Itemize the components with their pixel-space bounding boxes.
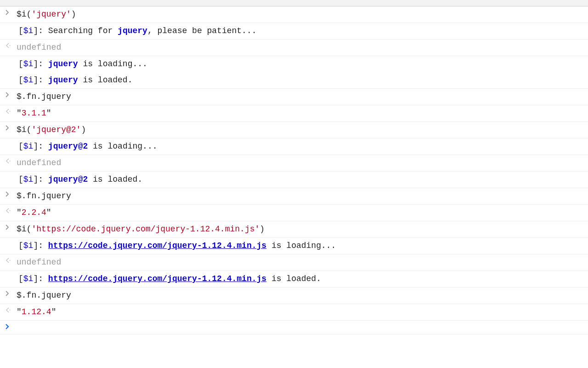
console-row-info: [$i]: jquery is loaded. xyxy=(0,72,588,89)
console-text: [$i]: jquery@2 is loaded. xyxy=(17,173,588,186)
console-row-output: "3.1.1" xyxy=(0,105,588,122)
output-arrow-icon xyxy=(3,306,17,313)
console-row-input: $.fn.jquery xyxy=(0,188,588,205)
devtools-toolbar xyxy=(0,0,588,6)
console-text: [$i]: jquery@2 is loading... xyxy=(17,140,588,153)
console-text: undefined xyxy=(17,256,588,269)
svg-point-0 xyxy=(10,45,11,46)
console-text: $.fn.jquery xyxy=(17,289,588,302)
console-row-input: $.fn.jquery xyxy=(0,288,588,304)
input-arrow-icon xyxy=(3,8,17,16)
svg-point-5 xyxy=(10,310,11,310)
output-arrow-icon xyxy=(3,207,17,214)
console-text: "1.12.4" xyxy=(17,306,588,318)
console-row-info: [$i]: jquery@2 is loading... xyxy=(0,138,588,155)
output-arrow-icon xyxy=(3,41,17,49)
console-text: $i('jquery') xyxy=(17,8,588,21)
input-arrow-icon xyxy=(3,223,17,230)
output-arrow-icon xyxy=(3,256,17,264)
output-arrow-icon xyxy=(3,157,17,164)
console-row-info: [$i]: Searching for jquery, please be pa… xyxy=(0,23,588,40)
console-row-info: [$i]: https://code.jquery.com/jquery-1.1… xyxy=(0,238,588,254)
input-arrow-icon xyxy=(3,91,17,98)
input-arrow-icon xyxy=(3,289,17,297)
console-text: [$i]: Searching for jquery, please be pa… xyxy=(17,25,588,37)
console-row-input: $i('https://code.jquery.com/jquery-1.12.… xyxy=(0,221,588,238)
svg-point-4 xyxy=(10,260,11,261)
svg-point-2 xyxy=(10,161,11,161)
console-text: $i('https://code.jquery.com/jquery-1.12.… xyxy=(17,223,588,236)
console-text: [$i]: https://code.jquery.com/jquery-1.1… xyxy=(17,240,588,252)
input-arrow-icon xyxy=(3,190,17,197)
console-text: "2.2.4" xyxy=(17,207,588,219)
console-text: [$i]: jquery is loading... xyxy=(17,58,588,70)
console-row-input: $i('jquery') xyxy=(0,6,588,23)
console-text: undefined xyxy=(17,157,588,169)
console-text: $.fn.jquery xyxy=(17,190,588,202)
input-arrow-icon xyxy=(3,124,17,131)
console-row-info: [$i]: jquery@2 is loaded. xyxy=(0,172,588,188)
console-row-output: undefined xyxy=(0,40,588,56)
console-row-output: undefined xyxy=(0,254,588,271)
console-row-input: $i('jquery@2') xyxy=(0,122,588,138)
output-arrow-icon xyxy=(3,107,17,115)
console-row-prompt[interactable] xyxy=(0,321,588,334)
console-text: [$i]: jquery is loaded. xyxy=(17,74,588,86)
console-row-output: "1.12.4" xyxy=(0,304,588,321)
console-output: $i('jquery')[$i]: Searching for jquery, … xyxy=(0,6,588,334)
console-text: undefined xyxy=(17,41,588,54)
svg-point-1 xyxy=(10,111,11,112)
svg-point-3 xyxy=(10,210,11,211)
prompt-arrow-icon xyxy=(3,322,17,330)
console-text: "3.1.1" xyxy=(17,107,588,120)
console-text: $i('jquery@2') xyxy=(17,124,588,136)
console-text: $.fn.jquery xyxy=(17,91,588,103)
console-row-info: [$i]: jquery is loading... xyxy=(0,56,588,72)
console-row-output: undefined xyxy=(0,155,588,172)
console-row-input: $.fn.jquery xyxy=(0,89,588,105)
console-text: [$i]: https://code.jquery.com/jquery-1.1… xyxy=(17,273,588,285)
console-row-info: [$i]: https://code.jquery.com/jquery-1.1… xyxy=(0,271,588,288)
console-row-output: "2.2.4" xyxy=(0,205,588,221)
